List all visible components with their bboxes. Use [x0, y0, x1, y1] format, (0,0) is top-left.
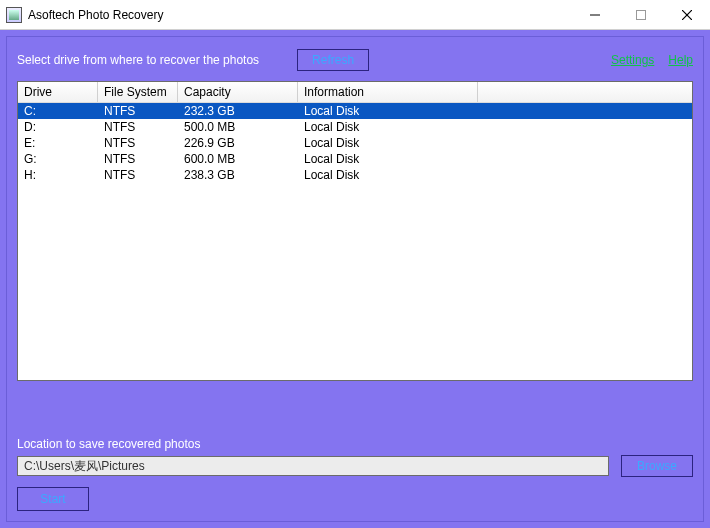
cell-drive: H: — [18, 167, 98, 183]
close-button[interactable] — [664, 0, 710, 30]
cell-info: Local Disk — [298, 103, 478, 119]
cell-fs: NTFS — [98, 103, 178, 119]
cell-capacity: 232.3 GB — [178, 103, 298, 119]
cell-extra — [478, 103, 692, 119]
drive-list-header: Drive File System Capacity Information — [18, 82, 692, 103]
help-link[interactable]: Help — [668, 53, 693, 67]
instruction-text: Select drive from where to recover the p… — [17, 53, 259, 67]
cell-info: Local Disk — [298, 135, 478, 151]
table-row[interactable]: E:NTFS226.9 GBLocal Disk — [18, 135, 692, 151]
cell-info: Local Disk — [298, 151, 478, 167]
col-capacity[interactable]: Capacity — [178, 82, 298, 102]
cell-fs: NTFS — [98, 119, 178, 135]
client-area: Select drive from where to recover the p… — [0, 30, 710, 528]
cell-extra — [478, 119, 692, 135]
top-bar: Select drive from where to recover the p… — [17, 47, 693, 73]
col-extra[interactable] — [478, 82, 692, 102]
table-row[interactable]: H:NTFS238.3 GBLocal Disk — [18, 167, 692, 183]
cell-info: Local Disk — [298, 119, 478, 135]
cell-info: Local Disk — [298, 167, 478, 183]
table-row[interactable]: C:NTFS232.3 GBLocal Disk — [18, 103, 692, 119]
cell-fs: NTFS — [98, 167, 178, 183]
col-drive[interactable]: Drive — [18, 82, 98, 102]
settings-link[interactable]: Settings — [611, 53, 654, 67]
col-information[interactable]: Information — [298, 82, 478, 102]
drive-list[interactable]: Drive File System Capacity Information C… — [17, 81, 693, 381]
maximize-button[interactable] — [618, 0, 664, 30]
start-button[interactable]: Start — [17, 487, 89, 511]
cell-drive: E: — [18, 135, 98, 151]
minimize-button[interactable] — [572, 0, 618, 30]
cell-capacity: 238.3 GB — [178, 167, 298, 183]
bottom-area: Location to save recovered photos Browse… — [17, 437, 693, 511]
table-row[interactable]: G:NTFS600.0 MBLocal Disk — [18, 151, 692, 167]
location-label: Location to save recovered photos — [17, 437, 693, 451]
cell-capacity: 600.0 MB — [178, 151, 298, 167]
browse-button[interactable]: Browse — [621, 455, 693, 477]
window-title: Asoftech Photo Recovery — [28, 8, 163, 22]
cell-extra — [478, 135, 692, 151]
app-icon — [6, 7, 22, 23]
cell-capacity: 226.9 GB — [178, 135, 298, 151]
col-file-system[interactable]: File System — [98, 82, 178, 102]
cell-extra — [478, 167, 692, 183]
cell-drive: C: — [18, 103, 98, 119]
location-input[interactable] — [17, 456, 609, 476]
svg-rect-1 — [637, 10, 646, 19]
main-panel: Select drive from where to recover the p… — [6, 36, 704, 522]
cell-extra — [478, 151, 692, 167]
cell-fs: NTFS — [98, 135, 178, 151]
top-links: Settings Help — [611, 53, 693, 67]
table-row[interactable]: D:NTFS500.0 MBLocal Disk — [18, 119, 692, 135]
cell-capacity: 500.0 MB — [178, 119, 298, 135]
cell-fs: NTFS — [98, 151, 178, 167]
refresh-button[interactable]: Refresh — [297, 49, 369, 71]
cell-drive: G: — [18, 151, 98, 167]
titlebar: Asoftech Photo Recovery — [0, 0, 710, 30]
cell-drive: D: — [18, 119, 98, 135]
